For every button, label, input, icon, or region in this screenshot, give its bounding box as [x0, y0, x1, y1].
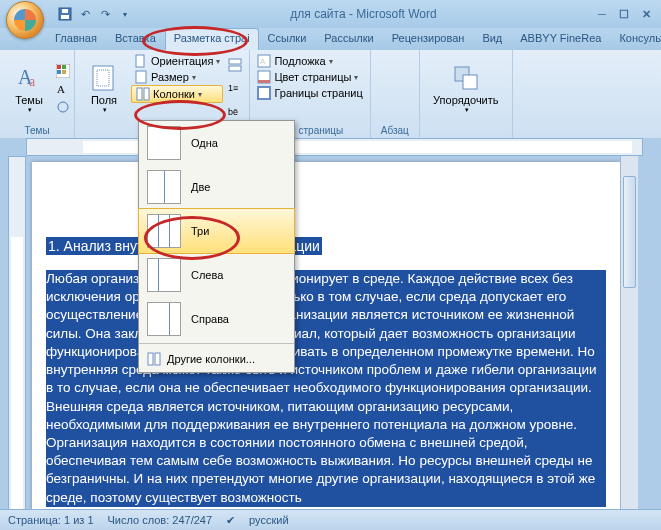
document-area: 1. Анализ внутренней среды организации Л…: [0, 138, 661, 510]
columns-right[interactable]: Справа: [139, 297, 294, 341]
svg-rect-15: [136, 71, 146, 83]
tab-review[interactable]: Рецензирован: [383, 28, 474, 50]
ribbon: Aa Темы▾ A Темы Поля▾ Ориентация▾ Размер…: [0, 50, 661, 139]
columns-left[interactable]: Слева: [139, 253, 294, 297]
themes-label: Темы: [15, 94, 43, 106]
svg-rect-8: [57, 70, 61, 74]
undo-icon[interactable]: ↶: [76, 5, 94, 23]
one-column-icon: [147, 126, 181, 160]
svg-text:A: A: [57, 83, 65, 95]
svg-rect-19: [229, 66, 241, 71]
tab-insert[interactable]: Вставка: [106, 28, 165, 50]
close-button[interactable]: ✕: [637, 7, 655, 21]
svg-rect-28: [463, 75, 477, 89]
svg-rect-14: [136, 55, 144, 67]
themes-button[interactable]: Aa Темы▾: [4, 53, 54, 124]
quick-access-toolbar: ↶ ↷ ▾: [56, 5, 134, 23]
svg-rect-26: [258, 87, 270, 99]
svg-rect-25: [258, 80, 270, 83]
three-column-icon: [147, 214, 181, 248]
office-button[interactable]: [6, 1, 44, 39]
titlebar: ↶ ↷ ▾ для сайта - Microsoft Word ─ ☐ ✕: [0, 0, 661, 28]
svg-rect-29: [148, 353, 153, 365]
save-icon[interactable]: [56, 5, 74, 23]
right-column-icon: [147, 302, 181, 336]
page-borders-icon: [257, 86, 271, 100]
document-page[interactable]: 1. Анализ внутренней среды организации Л…: [32, 162, 620, 510]
vertical-ruler[interactable]: [8, 156, 26, 510]
group-paragraph-label: Абзац: [375, 124, 415, 138]
columns-more[interactable]: Другие колонки...: [139, 346, 294, 372]
scroll-thumb[interactable]: [623, 176, 636, 288]
status-page[interactable]: Страница: 1 из 1: [8, 514, 94, 526]
group-arrange: Упорядочить▾: [420, 50, 513, 138]
maximize-button[interactable]: ☐: [615, 7, 633, 21]
arrange-icon: [452, 64, 480, 92]
theme-effects-icon[interactable]: [56, 100, 70, 114]
minimize-button[interactable]: ─: [593, 7, 611, 21]
ribbon-tabs: Главная Вставка Разметка страі Ссылки Ра…: [0, 28, 661, 50]
columns-two[interactable]: Две: [139, 165, 294, 209]
svg-rect-16: [137, 88, 142, 100]
svg-rect-6: [57, 65, 61, 69]
watermark-icon: A: [257, 54, 271, 68]
proofing-icon[interactable]: ✔: [226, 514, 235, 527]
arrange-label: Упорядочить: [433, 94, 498, 106]
svg-rect-9: [62, 70, 66, 74]
tab-consultant[interactable]: КонсультантП: [610, 28, 661, 50]
svg-text:bē: bē: [228, 107, 238, 117]
svg-rect-17: [144, 88, 149, 100]
svg-point-11: [58, 102, 68, 112]
left-column-icon: [147, 258, 181, 292]
page-color-button[interactable]: Цвет страницы▾: [254, 69, 365, 85]
tab-abbyy[interactable]: ABBYY FineRea: [511, 28, 610, 50]
two-column-icon: [147, 170, 181, 204]
separator: [139, 343, 294, 344]
tab-page-layout[interactable]: Разметка страі: [165, 28, 259, 50]
orientation-button[interactable]: Ориентация▾: [131, 53, 223, 69]
status-language[interactable]: русский: [249, 514, 288, 526]
tab-view[interactable]: Вид: [473, 28, 511, 50]
page-borders-button[interactable]: Границы страниц: [254, 85, 365, 101]
svg-text:A: A: [260, 57, 266, 66]
vertical-scrollbar[interactable]: [620, 156, 638, 510]
margins-label: Поля: [91, 94, 117, 106]
svg-rect-7: [62, 65, 66, 69]
svg-rect-2: [62, 9, 68, 13]
size-icon: [134, 70, 148, 84]
tab-mailings[interactable]: Рассылки: [315, 28, 382, 50]
columns-icon: [136, 87, 150, 101]
themes-icon: Aa: [15, 64, 43, 92]
tab-references[interactable]: Ссылки: [259, 28, 316, 50]
svg-rect-30: [155, 353, 160, 365]
theme-fonts-icon[interactable]: A: [56, 82, 70, 96]
margins-button[interactable]: Поля▾: [79, 53, 129, 124]
statusbar: Страница: 1 из 1 Число слов: 247/247 ✔ р…: [0, 509, 661, 530]
svg-text:a: a: [29, 74, 36, 89]
size-button[interactable]: Размер▾: [131, 69, 223, 85]
hyphenation-icon[interactable]: bē: [228, 105, 242, 119]
margins-icon: [90, 64, 118, 92]
group-themes-label: Темы: [4, 124, 70, 138]
redo-icon[interactable]: ↷: [96, 5, 114, 23]
breaks-icon[interactable]: [228, 58, 242, 72]
arrange-button[interactable]: Упорядочить▾: [424, 53, 508, 124]
columns-dropdown: Одна Две Три Слева Справа Другие колонки…: [138, 120, 295, 373]
columns-three[interactable]: Три: [138, 208, 295, 254]
more-columns-icon: [147, 352, 161, 366]
page-color-icon: [257, 70, 271, 84]
theme-colors-icon[interactable]: [56, 64, 70, 78]
svg-rect-18: [229, 59, 241, 64]
status-words[interactable]: Число слов: 247/247: [108, 514, 213, 526]
watermark-button[interactable]: AПодложка▾: [254, 53, 365, 69]
qat-more-icon[interactable]: ▾: [116, 5, 134, 23]
svg-text:1≡: 1≡: [228, 83, 238, 93]
group-themes: Aa Темы▾ A Темы: [0, 50, 75, 138]
orientation-icon: [134, 54, 148, 68]
group-paragraph: Абзац: [371, 50, 420, 138]
columns-one[interactable]: Одна: [139, 121, 294, 165]
line-numbers-icon[interactable]: 1≡: [228, 81, 242, 95]
tab-home[interactable]: Главная: [46, 28, 106, 50]
columns-button[interactable]: Колонки▾: [131, 85, 223, 103]
horizontal-ruler[interactable]: [26, 138, 643, 156]
